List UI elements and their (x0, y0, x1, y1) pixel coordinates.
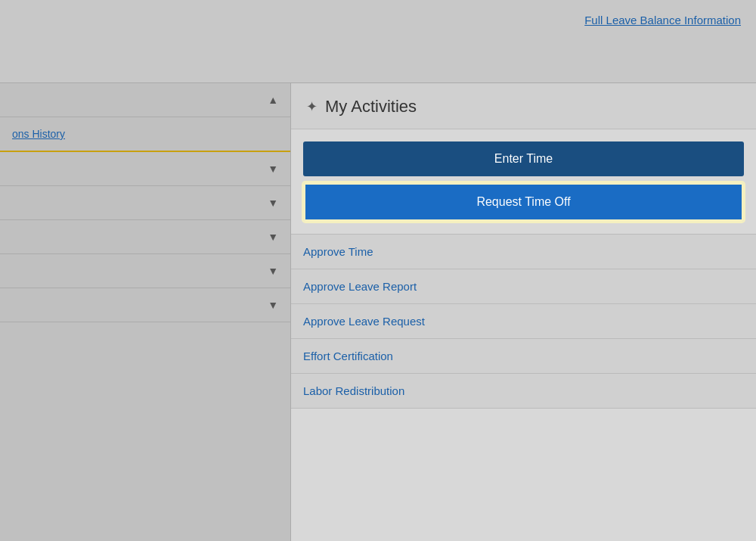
chevron-down-icon-3[interactable]: ▼ (268, 197, 278, 209)
labor-redistribution-item[interactable]: Labor Redistribution (291, 374, 756, 409)
sidebar-section-5: ▼ (0, 254, 290, 288)
sidebar-section-4: ▼ (0, 220, 290, 254)
chevron-down-icon-2[interactable]: ▼ (268, 163, 278, 175)
request-time-off-button[interactable]: Request Time Off (303, 182, 744, 222)
approve-leave-report-item[interactable]: Approve Leave Report (291, 269, 756, 304)
history-link[interactable]: ons History (12, 128, 65, 140)
top-bar: Full Leave Balance Information (0, 0, 756, 83)
enter-time-button[interactable]: Enter Time (303, 141, 744, 176)
chevron-up-icon-1[interactable]: ▲ (268, 94, 278, 106)
sidebar-section-6: ▼ (0, 288, 290, 322)
main-content: ▲ ons History ▼ ▼ ▼ ▼ ▼ ✦ My Activities (0, 83, 756, 541)
activities-icon: ✦ (306, 98, 318, 115)
full-leave-balance-link[interactable]: Full Leave Balance Information (584, 14, 741, 26)
sidebar-section-2: ▼ (0, 152, 290, 186)
approve-time-item[interactable]: Approve Time (291, 235, 756, 269)
sidebar: ▲ ons History ▼ ▼ ▼ ▼ ▼ (0, 83, 291, 541)
approve-leave-request-item[interactable]: Approve Leave Request (291, 304, 756, 339)
activities-title: My Activities (325, 97, 417, 117)
sidebar-section-3: ▼ (0, 186, 290, 220)
activities-header: ✦ My Activities (291, 83, 756, 129)
activities-body: Enter Time Request Time Off (291, 129, 756, 228)
chevron-down-icon-6[interactable]: ▼ (268, 299, 278, 311)
activities-panel: ✦ My Activities Enter Time Request Time … (291, 83, 756, 541)
sidebar-section-1: ▲ (0, 83, 290, 117)
sidebar-section-history: ons History (0, 117, 290, 152)
chevron-down-icon-5[interactable]: ▼ (268, 265, 278, 277)
effort-certification-item[interactable]: Effort Certification (291, 339, 756, 374)
chevron-down-icon-4[interactable]: ▼ (268, 231, 278, 243)
activities-list: Approve Time Approve Leave Report Approv… (291, 234, 756, 409)
